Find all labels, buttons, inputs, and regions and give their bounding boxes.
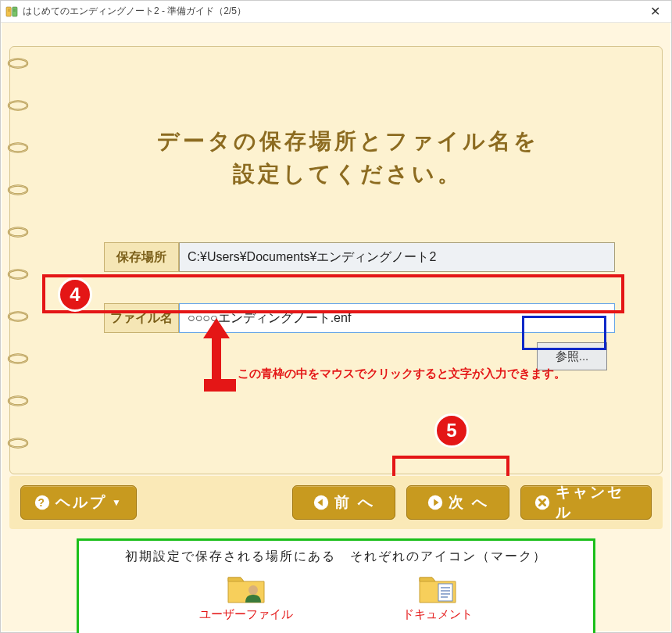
info-item-documents: ドキュメント xyxy=(402,571,473,622)
svg-point-11 xyxy=(9,144,27,152)
browse-button[interactable]: 参照... xyxy=(537,342,607,370)
file-name-input[interactable]: ○○○○エンディングノート.enf xyxy=(179,303,615,333)
prev-button-label: 前 へ xyxy=(334,492,375,513)
window-title: はじめてのエンディングノート2 - 準備ガイド（2/5） xyxy=(23,5,246,18)
window: はじめてのエンディングノート2 - 準備ガイド（2/5） ✕ /*noop*/ … xyxy=(0,0,672,633)
ring-icon xyxy=(7,184,29,195)
file-name-label: ファイル名 xyxy=(104,303,179,333)
save-location-input[interactable]: C:¥Users¥Documents¥エンディングノート2 xyxy=(179,242,615,272)
save-location-row: 保存場所 C:¥Users¥Documents¥エンディングノート2 xyxy=(104,242,615,272)
cancel-button-label: キャンセル xyxy=(556,482,638,523)
next-icon xyxy=(427,494,444,511)
svg-rect-0 xyxy=(6,7,11,16)
info-icons: ユーザーファイル ドキュメント xyxy=(95,571,577,622)
svg-rect-35 xyxy=(438,584,452,601)
svg-point-13 xyxy=(9,186,27,195)
help-button-label: ヘルプ xyxy=(55,492,107,513)
app-icon xyxy=(5,5,18,18)
save-location-label: 保存場所 xyxy=(104,242,179,272)
svg-point-21 xyxy=(9,355,27,363)
ring-icon xyxy=(7,438,29,449)
page-heading: データの保存場所とファイル名を 設定してください。 xyxy=(57,125,638,191)
svg-point-19 xyxy=(9,313,27,321)
ring-icon xyxy=(7,227,29,238)
titlebar: はじめてのエンディングノート2 - 準備ガイド（2/5） ✕ xyxy=(1,1,671,23)
svg-point-17 xyxy=(9,270,27,279)
heading-line1: データの保存場所とファイル名を xyxy=(57,125,638,158)
help-button[interactable]: ? ヘルプ ▼ xyxy=(20,485,137,520)
svg-point-23 xyxy=(9,397,27,406)
titlebar-left: はじめてのエンディングノート2 - 準備ガイド（2/5） xyxy=(5,5,246,18)
info-item-userfile: ユーザーファイル xyxy=(199,571,293,622)
button-bar: ? ヘルプ ▼ 前 へ 次 へ xyxy=(9,476,663,529)
content-area: /*noop*/ データの保存場所とファイル名を 設定してください。 保存場所 … xyxy=(2,23,670,631)
prev-icon xyxy=(313,494,330,511)
svg-text:?: ? xyxy=(38,497,46,509)
svg-point-9 xyxy=(9,102,27,110)
svg-point-34 xyxy=(248,585,258,595)
close-button[interactable]: ✕ xyxy=(645,2,665,20)
next-button[interactable]: 次 へ xyxy=(406,485,509,520)
cancel-button[interactable]: キャンセル xyxy=(520,485,652,520)
dropdown-icon: ▼ xyxy=(112,497,123,508)
ring-icon xyxy=(7,58,29,69)
prev-button[interactable]: 前 へ xyxy=(292,485,395,520)
ring-icon xyxy=(7,311,29,322)
ring-icon xyxy=(7,100,29,111)
cancel-icon xyxy=(534,494,551,511)
ring-icon xyxy=(7,269,29,280)
svg-point-7 xyxy=(9,59,27,68)
help-icon: ? xyxy=(34,494,51,511)
heading-line2: 設定してください。 xyxy=(57,158,638,191)
info-panel: 初期設定で保存される場所にある それぞれのアイコン（マーク） ユーザーファイル xyxy=(77,538,595,633)
ring-binding: /*noop*/ xyxy=(7,58,29,463)
svg-point-25 xyxy=(9,439,27,448)
folder-user-icon xyxy=(227,571,266,604)
info-userfile-label: ユーザーファイル xyxy=(199,607,293,622)
folder-documents-icon xyxy=(418,571,457,604)
next-button-label: 次 へ xyxy=(449,492,489,513)
ring-icon xyxy=(7,353,29,364)
info-panel-title: 初期設定で保存される場所にある それぞれのアイコン（マーク） xyxy=(95,549,577,565)
notebook-panel: /*noop*/ データの保存場所とファイル名を 設定してください。 保存場所 … xyxy=(9,46,663,474)
ring-icon xyxy=(7,395,29,406)
file-name-row: ファイル名 ○○○○エンディングノート.enf xyxy=(104,303,615,333)
svg-point-15 xyxy=(9,228,27,237)
info-documents-label: ドキュメント xyxy=(402,607,473,622)
svg-rect-1 xyxy=(13,7,17,16)
ring-icon xyxy=(7,142,29,153)
